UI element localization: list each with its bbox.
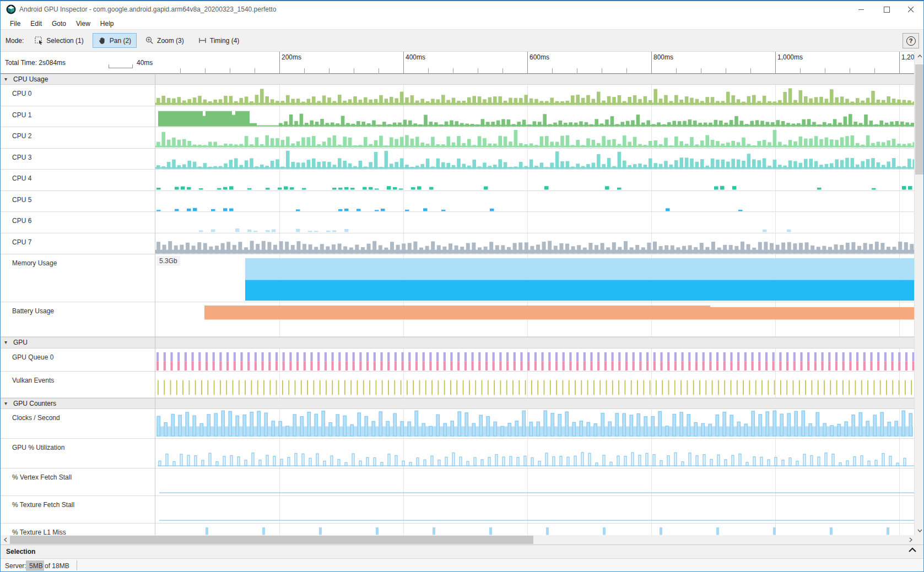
track-label[interactable]: % Vertex Fetch Stall [12, 473, 72, 481]
track-row-cpu-1[interactable]: CPU 1 [1, 106, 914, 128]
track-canvas[interactable] [155, 496, 914, 523]
track-canvas[interactable] [155, 85, 914, 106]
selection-panel-header[interactable]: Selection [1, 544, 924, 559]
collapse-triangle-icon[interactable]: ▾ [4, 76, 7, 82]
track-row-memory-usage[interactable]: Memory Usage [1, 254, 914, 302]
scroll-up-button[interactable] [915, 51, 924, 61]
track-row-cpu-3[interactable]: CPU 3 [1, 149, 914, 170]
track-label[interactable]: Vulkan Events [12, 377, 54, 384]
timing-mode-label: Timing (4) [210, 37, 240, 45]
collapse-triangle-icon[interactable]: ▾ [4, 400, 7, 406]
section-header-cpu-usage[interactable]: ▾CPU Usage [1, 74, 914, 85]
timing-mode-button[interactable]: Timing (4) [193, 33, 245, 48]
track-label[interactable]: GPU % Utilization [12, 444, 64, 451]
scale-label: 40ms [137, 59, 153, 67]
zoom-mode-button[interactable]: Zoom (3) [140, 33, 190, 48]
track-label[interactable]: Memory Usage [12, 259, 57, 267]
maximize-button[interactable] [874, 1, 899, 18]
vertical-scrollbar-thumb[interactable] [915, 64, 924, 175]
track-label[interactable]: Clocks / Second [12, 414, 60, 422]
collapse-chevron-icon[interactable] [908, 547, 917, 553]
selection-mode-label: Selection (1) [46, 37, 83, 45]
track-row-gpu-queue-0[interactable]: GPU Queue 0 [1, 348, 914, 372]
track-canvas[interactable] [155, 409, 914, 438]
ruler-minor-tick [180, 68, 181, 74]
agi-app-icon [6, 4, 16, 14]
track-canvas[interactable] [155, 439, 914, 468]
track-canvas[interactable] [155, 372, 914, 397]
track-canvas[interactable] [155, 170, 914, 190]
total-time-label: Total Time: 2s084ms [5, 59, 66, 67]
track-canvas[interactable] [155, 191, 914, 212]
section-label: CPU Usage [13, 75, 48, 83]
ruler-minor-tick [230, 68, 230, 74]
ruler-minor-tick [726, 68, 726, 74]
track-canvas[interactable] [155, 233, 914, 254]
track-row-vulkan-events[interactable]: Vulkan Events [1, 372, 914, 398]
track-row-cpu-4[interactable]: CPU 4 [1, 170, 914, 191]
track-row-cpu-7[interactable]: CPU 7 [1, 233, 914, 255]
vertical-scrollbar[interactable] [914, 51, 924, 535]
track-canvas[interactable] [155, 469, 914, 495]
horizontal-scrollbar[interactable] [1, 535, 924, 544]
ruler-timeline[interactable]: 200ms400ms600ms800ms1,000ms1,200ms [155, 52, 914, 74]
menu-item-goto[interactable]: Goto [47, 18, 71, 29]
track-canvas[interactable] [155, 212, 914, 233]
pan-mode-button[interactable]: Pan (2) [93, 33, 137, 48]
track-row--texture-l1-miss[interactable]: % Texture L1 Miss [1, 524, 914, 535]
track-canvas[interactable] [155, 106, 914, 127]
horizontal-scrollbar-thumb[interactable] [10, 536, 533, 544]
track-label[interactable]: % Texture Fetch Stall [12, 501, 74, 509]
menu-item-view[interactable]: View [71, 18, 95, 29]
ruler-minor-tick [825, 68, 825, 74]
track-label[interactable]: CPU 4 [12, 175, 31, 182]
ruler-tick-label: 800ms [653, 53, 673, 61]
track-label[interactable]: % Texture L1 Miss [12, 529, 66, 535]
scroll-left-button[interactable] [1, 535, 10, 544]
track-label[interactable]: CPU 5 [12, 196, 31, 204]
track-row--texture-fetch-stall[interactable]: % Texture Fetch Stall [1, 496, 914, 524]
menu-item-edit[interactable]: Edit [25, 18, 47, 29]
track-row-cpu-0[interactable]: CPU 0 [1, 85, 914, 106]
ruler-minor-tick [502, 68, 503, 74]
section-header-gpu-counters[interactable]: ▾GPU Counters [1, 398, 914, 409]
menu-item-help[interactable]: Help [95, 18, 119, 29]
track-canvas[interactable] [155, 149, 914, 170]
track-row-gpu-utilization[interactable]: GPU % Utilization [1, 439, 914, 469]
track-row-clocks-second[interactable]: Clocks / Second [1, 409, 914, 439]
track-label[interactable]: GPU Queue 0 [12, 353, 53, 361]
scroll-right-button[interactable] [906, 535, 915, 544]
chevron-down-icon [917, 529, 922, 532]
track-canvas[interactable] [155, 254, 914, 302]
track-row-cpu-6[interactable]: CPU 6 [1, 212, 914, 233]
minimize-button[interactable] [849, 1, 873, 18]
track-label[interactable]: CPU 3 [12, 154, 31, 161]
track-row-battery-usage[interactable]: Battery Usage [1, 302, 914, 337]
section-header-gpu[interactable]: ▾GPU [1, 337, 914, 348]
status-separator [77, 560, 77, 570]
ruler-minor-tick [602, 68, 602, 74]
scroll-down-button[interactable] [915, 526, 924, 535]
track-label[interactable]: CPU 1 [12, 111, 31, 119]
track-row--vertex-fetch-stall[interactable]: % Vertex Fetch Stall [1, 469, 914, 496]
selection-mode-button[interactable]: Selection (1) [29, 33, 89, 48]
track-label[interactable]: Battery Usage [12, 307, 54, 315]
ruler-major-tick [279, 52, 280, 74]
track-label[interactable]: CPU 6 [12, 217, 31, 225]
collapse-triangle-icon[interactable]: ▾ [4, 339, 7, 345]
tracks-area[interactable]: ▾CPU UsageCPU 0CPU 1CPU 2CPU 3CPU 4CPU 5… [1, 74, 924, 535]
help-button[interactable]: ? [903, 33, 919, 48]
mode-toolbar: Mode: Selection (1) Pan (2) Zoom (3) [1, 29, 923, 51]
track-row-cpu-2[interactable]: CPU 2 [1, 127, 914, 149]
track-canvas[interactable] [155, 348, 914, 371]
track-label[interactable]: CPU 7 [12, 238, 31, 246]
menu-item-file[interactable]: File [5, 18, 25, 29]
track-label[interactable]: CPU 0 [12, 90, 31, 97]
chevron-up-icon [917, 55, 922, 58]
track-canvas[interactable] [155, 524, 914, 535]
track-canvas[interactable] [155, 302, 914, 336]
close-button[interactable] [899, 1, 923, 18]
track-label[interactable]: CPU 2 [12, 132, 31, 140]
track-canvas[interactable] [155, 127, 914, 148]
track-row-cpu-5[interactable]: CPU 5 [1, 191, 914, 213]
